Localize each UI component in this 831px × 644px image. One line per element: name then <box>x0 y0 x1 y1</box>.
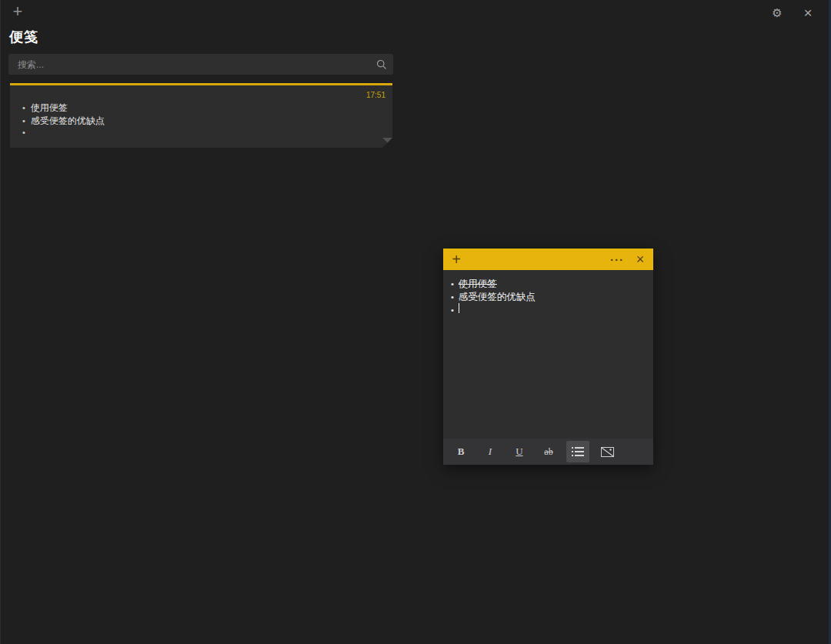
plus-icon: + <box>452 251 461 269</box>
format-toolbar: B I U ab <box>443 439 653 465</box>
note-card-line-text: 感受便签的优缺点 <box>31 115 105 128</box>
bullet-icon: • <box>451 291 454 304</box>
bullet-list-button[interactable] <box>566 441 589 462</box>
bullet-icon: • <box>22 116 25 125</box>
close-window-button[interactable]: × <box>793 0 823 25</box>
note-card-timestamp: 17:51 <box>366 91 385 99</box>
underline-button[interactable]: U <box>508 441 531 462</box>
ellipsis-icon: ··· <box>610 253 624 266</box>
image-icon <box>601 447 614 457</box>
note-editor[interactable]: • 使用便签 • 感受便签的优缺点 • <box>443 270 653 439</box>
titlebar: + ⚙ × <box>1 0 831 25</box>
note-line[interactable]: • <box>451 303 646 317</box>
note-line-text: 使用便签 <box>459 278 497 291</box>
bullet-icon: • <box>451 278 454 291</box>
note-card-line-text: 使用便签 <box>31 102 68 115</box>
note-card-line: • 感受便签的优缺点 <box>22 115 377 128</box>
close-icon: × <box>636 252 645 268</box>
bullet-icon: • <box>22 128 25 137</box>
bold-icon: B <box>458 445 465 458</box>
italic-button[interactable]: I <box>479 441 502 462</box>
italic-icon: I <box>489 445 492 458</box>
bullet-icon: • <box>22 103 25 112</box>
bold-button[interactable]: B <box>449 441 472 462</box>
search-icon[interactable] <box>370 54 393 75</box>
page-title: 便笺 <box>9 28 38 46</box>
bullet-list-icon <box>572 446 584 457</box>
note-card[interactable]: 17:51 • 使用便签 • 感受便签的优缺点 • <box>10 83 392 148</box>
strikethrough-button[interactable]: ab <box>537 441 560 462</box>
bullet-icon: • <box>451 304 454 317</box>
new-note-button[interactable]: + <box>7 2 28 23</box>
plus-icon: + <box>13 2 23 21</box>
search-box[interactable] <box>8 54 393 75</box>
settings-button[interactable]: ⚙ <box>762 0 793 25</box>
note-line[interactable]: • 感受便签的优缺点 <box>451 291 646 304</box>
sticky-notes-list-window: + ⚙ × 便笺 17:51 • 使用便签 • <box>0 0 831 644</box>
note-line-text: 感受便签的优缺点 <box>459 291 536 304</box>
search-input[interactable] <box>8 54 370 75</box>
note-card-line: • <box>22 128 377 141</box>
note-card-preview: • 使用便签 • 感受便签的优缺点 • <box>22 102 377 141</box>
sticky-note-titlebar[interactable]: + ··· × <box>443 249 653 270</box>
menu-button[interactable]: ··· <box>606 249 629 270</box>
note-card-line: • 使用便签 <box>22 102 377 115</box>
note-line[interactable]: • 使用便签 <box>451 278 646 291</box>
close-note-button[interactable]: × <box>629 249 652 270</box>
page-fold-icon <box>382 138 392 148</box>
sticky-note-window: + ··· × • 使用便签 • 感受便签的优缺点 • B I <box>443 249 653 465</box>
insert-image-button[interactable] <box>596 441 619 462</box>
close-icon: × <box>803 5 812 20</box>
new-note-button[interactable]: + <box>445 249 468 270</box>
strikethrough-icon: ab <box>544 446 552 458</box>
underline-icon: U <box>516 445 522 458</box>
gear-icon: ⚙ <box>772 7 782 18</box>
text-cursor <box>459 303 459 313</box>
